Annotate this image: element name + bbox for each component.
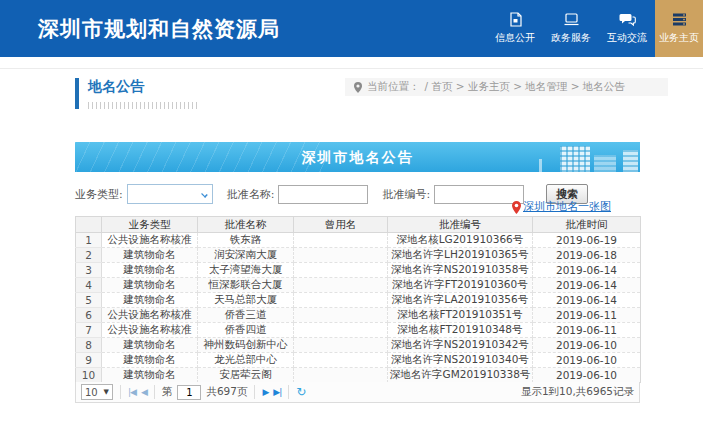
table-row[interactable]: 3 建筑物命名 太子湾望海大厦 深地名许字NS201910358号 2019-0… [76,263,641,278]
row-index-cell: 8 [76,338,102,353]
business-type-cell: 建筑物命名 [102,338,198,353]
nav-item-info-disclosure[interactable]: 信息公开 [487,0,543,57]
breadcrumb-path[interactable]: / 首页 > 业务主页 > 地名管理 > 地名公告 [425,80,625,94]
col-header-index [76,217,102,233]
business-type-cell: 公共设施名称核准 [102,323,198,338]
monitor-icon [563,12,580,27]
page-size-select[interactable]: 10 ▼ [81,384,113,400]
header-divider [0,68,703,69]
business-type-cell: 建筑物命名 [102,278,198,293]
business-type-cell: 建筑物命名 [102,353,198,368]
business-type-select[interactable] [127,184,213,204]
refresh-button[interactable]: ↻ [296,385,306,399]
nav-label: 信息公开 [495,31,535,45]
approved-name-cell: 铁东路 [198,233,294,248]
approval-code-cell: 深地名核FT201910351号 [388,308,533,323]
approval-code-cell: 深地名许字LH201910365号 [388,248,533,263]
record-count-summary: 显示1到10,共6965记录 [521,385,634,399]
table-row[interactable]: 6 公共设施名称核准 侨香三道 深地名核FT201910351号 2019-06… [76,308,641,323]
approved-name-cell: 侨香三道 [198,308,294,323]
approval-date-cell: 2019-06-10 [533,353,641,368]
table-row[interactable]: 7 公共设施名称核准 侨香四道 深地名核FT201910348号 2019-06… [76,323,641,338]
nav-item-interaction[interactable]: 互动交流 [599,0,655,57]
business-type-cell: 公共设施名称核准 [102,233,198,248]
nav-label: 互动交流 [607,31,647,45]
business-type-cell: 建筑物命名 [102,293,198,308]
last-page-button[interactable]: ▶| [273,387,281,397]
row-index-cell: 10 [76,368,102,383]
approved-name-input[interactable] [278,185,368,204]
former-name-cell [294,338,388,353]
col-header-date: 批准时间 [533,217,641,233]
table-row[interactable]: 2 建筑物命名 润安深南大厦 深地名许字LH201910365号 2019-06… [76,248,641,263]
table-row[interactable]: 4 建筑物命名 恒深影联合大厦 深地名许字FT201910360号 2019-0… [76,278,641,293]
banner-building-graphic [560,146,590,172]
approval-code-cell: 深地名许字LA201910356号 [388,293,533,308]
pagination-bar: 10 ▼ |◀ ◀ 第 共697页 ▶ ▶| ↻ 显示1到10,共6965记录 [75,382,640,403]
approval-date-cell: 2019-06-18 [533,248,641,263]
table-banner: 深圳市地名公告 [75,142,640,172]
approval-date-cell: 2019-06-11 [533,308,641,323]
row-index-cell: 4 [76,278,102,293]
banner-title: 深圳市地名公告 [75,149,640,167]
table-row[interactable]: 5 建筑物命名 天马总部大厦 深地名许字LA201910356号 2019-06… [76,293,641,308]
location-pin-icon [354,82,362,93]
list-icon [671,12,688,27]
page-prefix-label: 第 [162,385,173,399]
page-number-input[interactable] [177,385,201,400]
approval-date-cell: 2019-06-11 [533,323,641,338]
former-name-cell [294,263,388,278]
former-name-cell [294,353,388,368]
approval-date-cell: 2019-06-19 [533,233,641,248]
prev-page-button[interactable]: ◀ [141,387,147,397]
approval-date-cell: 2019-06-10 [533,338,641,353]
table-row[interactable]: 1 公共设施名称核准 铁东路 深地名核LG201910366号 2019-06-… [76,233,641,248]
table-body: 1 公共设施名称核准 铁东路 深地名核LG201910366号 2019-06-… [76,233,641,383]
approval-date-cell: 2019-06-14 [533,263,641,278]
approval-code-cell: 深地名许字NS201910342号 [388,338,533,353]
banner-building-graphic [539,159,542,172]
first-page-button[interactable]: |◀ [128,387,136,397]
approved-name-label: 批准名称: [227,187,275,202]
nav-item-gov-services[interactable]: 政务服务 [543,0,599,57]
former-name-cell [294,368,388,383]
approval-code-cell: 深地名许字NS201910358号 [388,263,533,278]
breadcrumb-prefix: 当前位置： [367,80,420,94]
approval-code-cell: 深地名许字NS201910340号 [388,353,533,368]
row-index-cell: 2 [76,248,102,263]
map-link-label: 深圳市地名一张图 [523,199,611,214]
map-pin-icon [512,201,521,214]
nav-item-business-home[interactable]: 业务主页 [655,0,703,57]
chevron-down-icon [201,191,208,198]
section-title-block: 地名公告 [75,78,200,109]
former-name-cell [294,308,388,323]
row-index-cell: 5 [76,293,102,308]
approved-name-cell: 安居荦云阁 [198,368,294,383]
approval-code-cell: 深地名核FT201910348号 [388,323,533,338]
top-nav: 信息公开 政务服务 互动交流 [487,0,655,57]
next-page-button[interactable]: ▶ [262,387,268,397]
former-name-cell [294,248,388,263]
row-index-cell: 6 [76,308,102,323]
approved-name-cell: 恒深影联合大厦 [198,278,294,293]
business-type-cell: 公共设施名称核准 [102,308,198,323]
breadcrumb: 当前位置： / 首页 > 业务主页 > 地名管理 > 地名公告 [345,78,668,96]
approval-code-label: 批准编号: [382,187,430,202]
approval-code-cell: 深地名核LG201910366号 [388,233,533,248]
approval-code-input[interactable] [434,185,524,204]
row-index-cell: 9 [76,353,102,368]
table-row[interactable]: 10 建筑物命名 安居荦云阁 深地名许字GM201910338号 2019-06… [76,368,641,383]
approval-code-cell: 深地名许字FT201910360号 [388,278,533,293]
document-icon [507,12,524,27]
row-index-cell: 3 [76,263,102,278]
approved-name-cell: 太子湾望海大厦 [198,263,294,278]
map-link[interactable]: 深圳市地名一张图 [512,199,611,214]
col-header-code: 批准编号 [388,217,533,233]
former-name-cell [294,323,388,338]
banner-building-graphic [594,155,616,172]
approved-name-cell: 润安深南大厦 [198,248,294,263]
approved-name-cell: 龙光总部中心 [198,353,294,368]
table-row[interactable]: 9 建筑物命名 龙光总部中心 深地名许字NS201910340号 2019-06… [76,353,641,368]
table-row[interactable]: 8 建筑物命名 神州数码创新中心 深地名许字NS201910342号 2019-… [76,338,641,353]
site-title: 深圳市规划和自然资源局 [38,15,280,43]
